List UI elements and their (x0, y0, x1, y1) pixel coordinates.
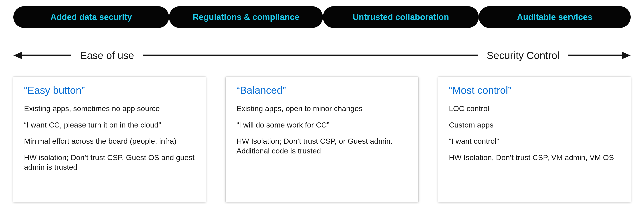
card-title: “Balanced” (236, 84, 408, 96)
axis-label-ease-of-use: Ease of use (71, 49, 143, 61)
card-balanced: “Balanced” Existing apps, open to minor … (226, 77, 418, 202)
card-line: HW Isolation; Don’t trust CSP, or Guest … (236, 136, 408, 156)
card-line: Existing apps, open to minor changes (236, 104, 408, 113)
card-line: “I want CC, please turn it on in the clo… (24, 120, 195, 130)
axis-label-security-control: Security Control (478, 49, 568, 61)
category-pill-untrusted-collab: Untrusted collaboration (323, 6, 478, 28)
card-title: “Easy button” (24, 84, 195, 96)
svg-marker-2 (622, 52, 631, 59)
card-line: LOC control (449, 104, 620, 113)
card-line: HW isolation; Don’t trust CSP. Guest OS … (24, 153, 195, 172)
card-most-control: “Most control” LOC control Custom apps “… (438, 77, 631, 202)
spectrum-axis: Ease of use Security Control (13, 45, 631, 65)
card-easy-button: “Easy button” Existing apps, sometimes n… (13, 77, 206, 202)
card-title: “Most control” (449, 84, 620, 96)
diagram-canvas: Added data security Regulations & compli… (0, 0, 644, 204)
card-line: HW Isolation, Don’t trust CSP, VM admin,… (449, 153, 620, 163)
category-pill-data-security: Added data security (13, 6, 169, 28)
category-pill-regulations: Regulations & compliance (169, 6, 323, 28)
card-line: Custom apps (449, 120, 620, 130)
card-line: “I will do some work for CC” (236, 120, 408, 130)
card-row: “Easy button” Existing apps, sometimes n… (13, 77, 631, 202)
category-pill-row: Added data security Regulations & compli… (13, 6, 631, 28)
card-line: “I want control” (449, 136, 620, 146)
svg-marker-1 (13, 52, 22, 59)
card-line: Existing apps, sometimes no app source (24, 104, 195, 113)
card-line: Minimal effort across the board (people,… (24, 136, 195, 146)
category-pill-auditable-services: Auditable services (479, 6, 631, 28)
